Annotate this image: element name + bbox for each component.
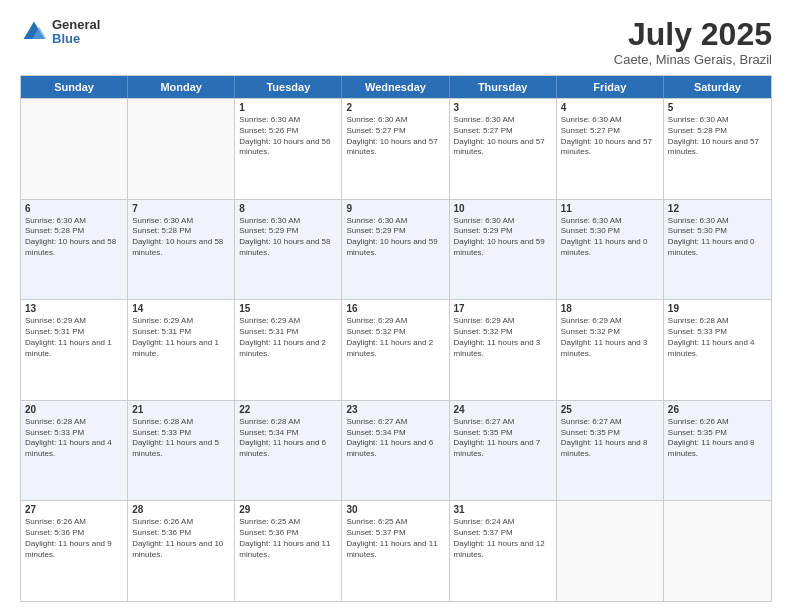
calendar-cell: 30Sunrise: 6:25 AM Sunset: 5:37 PM Dayli…	[342, 501, 449, 601]
day-info: Sunrise: 6:30 AM Sunset: 5:26 PM Dayligh…	[239, 115, 337, 158]
day-number: 16	[346, 303, 444, 314]
day-number: 21	[132, 404, 230, 415]
day-info: Sunrise: 6:24 AM Sunset: 5:37 PM Dayligh…	[454, 517, 552, 560]
calendar-cell: 6Sunrise: 6:30 AM Sunset: 5:28 PM Daylig…	[21, 200, 128, 300]
day-number: 4	[561, 102, 659, 113]
calendar-row: 20Sunrise: 6:28 AM Sunset: 5:33 PM Dayli…	[21, 400, 771, 501]
day-info: Sunrise: 6:27 AM Sunset: 5:35 PM Dayligh…	[454, 417, 552, 460]
calendar-cell: 24Sunrise: 6:27 AM Sunset: 5:35 PM Dayli…	[450, 401, 557, 501]
day-number: 14	[132, 303, 230, 314]
calendar-cell: 4Sunrise: 6:30 AM Sunset: 5:27 PM Daylig…	[557, 99, 664, 199]
day-info: Sunrise: 6:29 AM Sunset: 5:32 PM Dayligh…	[454, 316, 552, 359]
logo-blue-text: Blue	[52, 32, 100, 46]
day-number: 27	[25, 504, 123, 515]
day-info: Sunrise: 6:27 AM Sunset: 5:35 PM Dayligh…	[561, 417, 659, 460]
calendar-cell: 28Sunrise: 6:26 AM Sunset: 5:36 PM Dayli…	[128, 501, 235, 601]
day-info: Sunrise: 6:30 AM Sunset: 5:27 PM Dayligh…	[561, 115, 659, 158]
day-number: 5	[668, 102, 767, 113]
day-number: 11	[561, 203, 659, 214]
calendar-cell	[128, 99, 235, 199]
day-number: 29	[239, 504, 337, 515]
day-number: 15	[239, 303, 337, 314]
day-number: 12	[668, 203, 767, 214]
location: Caete, Minas Gerais, Brazil	[614, 52, 772, 67]
calendar-cell: 10Sunrise: 6:30 AM Sunset: 5:29 PM Dayli…	[450, 200, 557, 300]
day-number: 18	[561, 303, 659, 314]
day-number: 17	[454, 303, 552, 314]
calendar-cell: 1Sunrise: 6:30 AM Sunset: 5:26 PM Daylig…	[235, 99, 342, 199]
day-number: 3	[454, 102, 552, 113]
day-number: 24	[454, 404, 552, 415]
day-number: 7	[132, 203, 230, 214]
title-block: July 2025 Caete, Minas Gerais, Brazil	[614, 18, 772, 67]
day-info: Sunrise: 6:26 AM Sunset: 5:35 PM Dayligh…	[668, 417, 767, 460]
day-info: Sunrise: 6:30 AM Sunset: 5:30 PM Dayligh…	[668, 216, 767, 259]
day-number: 31	[454, 504, 552, 515]
day-info: Sunrise: 6:30 AM Sunset: 5:28 PM Dayligh…	[668, 115, 767, 158]
day-info: Sunrise: 6:29 AM Sunset: 5:31 PM Dayligh…	[239, 316, 337, 359]
day-number: 9	[346, 203, 444, 214]
day-number: 2	[346, 102, 444, 113]
calendar-cell: 2Sunrise: 6:30 AM Sunset: 5:27 PM Daylig…	[342, 99, 449, 199]
month-title: July 2025	[614, 18, 772, 50]
calendar-cell: 19Sunrise: 6:28 AM Sunset: 5:33 PM Dayli…	[664, 300, 771, 400]
day-info: Sunrise: 6:28 AM Sunset: 5:33 PM Dayligh…	[25, 417, 123, 460]
calendar-cell: 5Sunrise: 6:30 AM Sunset: 5:28 PM Daylig…	[664, 99, 771, 199]
day-info: Sunrise: 6:28 AM Sunset: 5:33 PM Dayligh…	[668, 316, 767, 359]
day-info: Sunrise: 6:29 AM Sunset: 5:31 PM Dayligh…	[25, 316, 123, 359]
calendar-cell: 7Sunrise: 6:30 AM Sunset: 5:28 PM Daylig…	[128, 200, 235, 300]
calendar-cell: 27Sunrise: 6:26 AM Sunset: 5:36 PM Dayli…	[21, 501, 128, 601]
calendar-cell: 23Sunrise: 6:27 AM Sunset: 5:34 PM Dayli…	[342, 401, 449, 501]
day-info: Sunrise: 6:30 AM Sunset: 5:27 PM Dayligh…	[346, 115, 444, 158]
weekday-header-thursday: Thursday	[450, 76, 557, 98]
calendar-cell: 31Sunrise: 6:24 AM Sunset: 5:37 PM Dayli…	[450, 501, 557, 601]
day-number: 10	[454, 203, 552, 214]
weekday-header-wednesday: Wednesday	[342, 76, 449, 98]
calendar-cell: 17Sunrise: 6:29 AM Sunset: 5:32 PM Dayli…	[450, 300, 557, 400]
day-number: 8	[239, 203, 337, 214]
calendar-cell: 9Sunrise: 6:30 AM Sunset: 5:29 PM Daylig…	[342, 200, 449, 300]
day-info: Sunrise: 6:30 AM Sunset: 5:27 PM Dayligh…	[454, 115, 552, 158]
day-number: 19	[668, 303, 767, 314]
day-number: 22	[239, 404, 337, 415]
calendar-cell: 13Sunrise: 6:29 AM Sunset: 5:31 PM Dayli…	[21, 300, 128, 400]
calendar-cell	[557, 501, 664, 601]
weekday-header-sunday: Sunday	[21, 76, 128, 98]
day-info: Sunrise: 6:25 AM Sunset: 5:37 PM Dayligh…	[346, 517, 444, 560]
day-info: Sunrise: 6:29 AM Sunset: 5:31 PM Dayligh…	[132, 316, 230, 359]
weekday-header-friday: Friday	[557, 76, 664, 98]
calendar-cell: 3Sunrise: 6:30 AM Sunset: 5:27 PM Daylig…	[450, 99, 557, 199]
page: General Blue July 2025 Caete, Minas Gera…	[0, 0, 792, 612]
day-number: 1	[239, 102, 337, 113]
calendar-row: 27Sunrise: 6:26 AM Sunset: 5:36 PM Dayli…	[21, 500, 771, 601]
calendar-cell: 25Sunrise: 6:27 AM Sunset: 5:35 PM Dayli…	[557, 401, 664, 501]
calendar-cell	[664, 501, 771, 601]
day-info: Sunrise: 6:25 AM Sunset: 5:36 PM Dayligh…	[239, 517, 337, 560]
logo-text: General Blue	[52, 18, 100, 47]
calendar-cell: 22Sunrise: 6:28 AM Sunset: 5:34 PM Dayli…	[235, 401, 342, 501]
logo-general-text: General	[52, 18, 100, 32]
calendar: SundayMondayTuesdayWednesdayThursdayFrid…	[20, 75, 772, 602]
calendar-cell: 26Sunrise: 6:26 AM Sunset: 5:35 PM Dayli…	[664, 401, 771, 501]
day-info: Sunrise: 6:29 AM Sunset: 5:32 PM Dayligh…	[346, 316, 444, 359]
calendar-cell	[21, 99, 128, 199]
day-info: Sunrise: 6:30 AM Sunset: 5:28 PM Dayligh…	[25, 216, 123, 259]
day-info: Sunrise: 6:30 AM Sunset: 5:29 PM Dayligh…	[346, 216, 444, 259]
day-number: 6	[25, 203, 123, 214]
header: General Blue July 2025 Caete, Minas Gera…	[20, 18, 772, 67]
day-info: Sunrise: 6:28 AM Sunset: 5:34 PM Dayligh…	[239, 417, 337, 460]
calendar-cell: 15Sunrise: 6:29 AM Sunset: 5:31 PM Dayli…	[235, 300, 342, 400]
logo-icon	[20, 18, 48, 46]
day-info: Sunrise: 6:27 AM Sunset: 5:34 PM Dayligh…	[346, 417, 444, 460]
weekday-header-saturday: Saturday	[664, 76, 771, 98]
day-number: 20	[25, 404, 123, 415]
day-number: 30	[346, 504, 444, 515]
day-number: 26	[668, 404, 767, 415]
calendar-body: 1Sunrise: 6:30 AM Sunset: 5:26 PM Daylig…	[21, 98, 771, 601]
day-info: Sunrise: 6:29 AM Sunset: 5:32 PM Dayligh…	[561, 316, 659, 359]
weekday-header-monday: Monday	[128, 76, 235, 98]
day-info: Sunrise: 6:26 AM Sunset: 5:36 PM Dayligh…	[25, 517, 123, 560]
logo: General Blue	[20, 18, 100, 47]
calendar-cell: 8Sunrise: 6:30 AM Sunset: 5:29 PM Daylig…	[235, 200, 342, 300]
day-info: Sunrise: 6:30 AM Sunset: 5:29 PM Dayligh…	[454, 216, 552, 259]
